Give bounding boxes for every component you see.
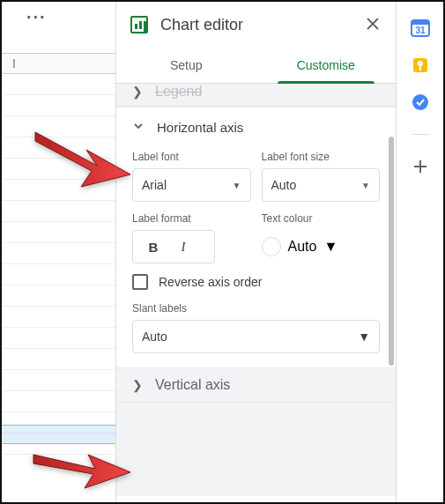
tasks-icon[interactable]	[412, 93, 429, 111]
section-legend-label: Legend	[155, 84, 202, 100]
chevron-right-icon: ❯	[132, 85, 143, 99]
section-horizontal-axis-header[interactable]: Horizontal axis	[116, 107, 396, 147]
add-addons-button[interactable]	[412, 158, 429, 175]
caret-down-icon: ▼	[361, 181, 370, 190]
tab-setup[interactable]: Setup	[116, 48, 256, 83]
italic-button[interactable]: I	[168, 240, 198, 255]
label-font-select[interactable]: Arial ▼	[132, 168, 251, 202]
section-horizontal-axis: Horizontal axis Label font Arial ▼ Label…	[116, 107, 396, 368]
slant-labels-select[interactable]: Auto ▼	[132, 320, 380, 353]
slant-labels-label: Slant labels	[132, 302, 380, 315]
section-legend-collapsed[interactable]: ❯ Legend	[116, 84, 396, 107]
calendar-icon[interactable]: 31	[411, 18, 430, 37]
text-colour-select[interactable]: Auto ▼	[262, 230, 381, 263]
chart-editor-panel: Chart editor Setup Customise ❯ Legend Ho…	[116, 2, 396, 502]
panel-header: Chart editor	[116, 2, 396, 48]
rail-divider	[412, 134, 429, 135]
caret-down-icon: ▼	[323, 239, 337, 255]
slant-labels-value: Auto	[142, 330, 167, 344]
panel-title: Chart editor	[160, 16, 362, 34]
svg-point-6	[412, 94, 428, 110]
keep-icon[interactable]	[412, 56, 429, 74]
label-font-size-label: Label font size	[262, 151, 381, 163]
label-font-value: Arial	[142, 178, 167, 192]
label-font-size-select[interactable]: Auto ▼	[262, 168, 381, 202]
spreadsheet-background: ··· I	[2, 2, 116, 502]
chevron-right-icon: ❯	[132, 378, 143, 392]
close-button[interactable]	[362, 11, 383, 39]
svg-rect-5	[419, 66, 421, 70]
section-vertical-axis-collapsed[interactable]: ❯ Vertical axis	[116, 368, 396, 403]
label-font-label: Label font	[132, 151, 251, 163]
reverse-axis-row[interactable]: Reverse axis order	[132, 274, 380, 290]
column-label-i: I	[12, 56, 16, 70]
section-vertical-axis-title: Vertical axis	[155, 377, 230, 393]
chevron-down-icon	[132, 120, 145, 135]
scrollbar[interactable]	[389, 137, 394, 366]
reverse-axis-label: Reverse axis order	[159, 275, 263, 289]
bold-button[interactable]: B	[138, 240, 168, 255]
svg-rect-1	[412, 20, 429, 25]
customise-scroll-area: ❯ Legend Horizontal axis Label font Aria…	[116, 84, 396, 496]
annotation-arrow-top	[26, 123, 132, 197]
label-format-group: B I	[132, 230, 215, 263]
colour-swatch	[262, 237, 281, 256]
text-colour-label: Text colour	[262, 212, 381, 225]
overflow-menu-button[interactable]: ···	[26, 7, 47, 27]
caret-down-icon: ▼	[233, 181, 241, 190]
tabs: Setup Customise	[116, 48, 396, 84]
caret-down-icon: ▼	[358, 330, 370, 344]
reverse-axis-checkbox[interactable]	[132, 274, 148, 290]
label-format-label: Label format	[132, 212, 251, 225]
chart-icon	[130, 16, 148, 33]
close-icon	[366, 17, 380, 31]
section-horizontal-axis-title: Horizontal axis	[157, 120, 243, 135]
annotation-arrow-bottom	[26, 435, 132, 500]
column-header[interactable]: I	[2, 53, 115, 74]
label-font-size-value: Auto	[271, 178, 297, 192]
text-colour-value: Auto	[288, 239, 317, 255]
tab-customise[interactable]: Customise	[256, 48, 397, 83]
side-rail: 31	[396, 2, 443, 502]
svg-text:31: 31	[415, 26, 426, 35]
svg-point-4	[418, 61, 423, 66]
